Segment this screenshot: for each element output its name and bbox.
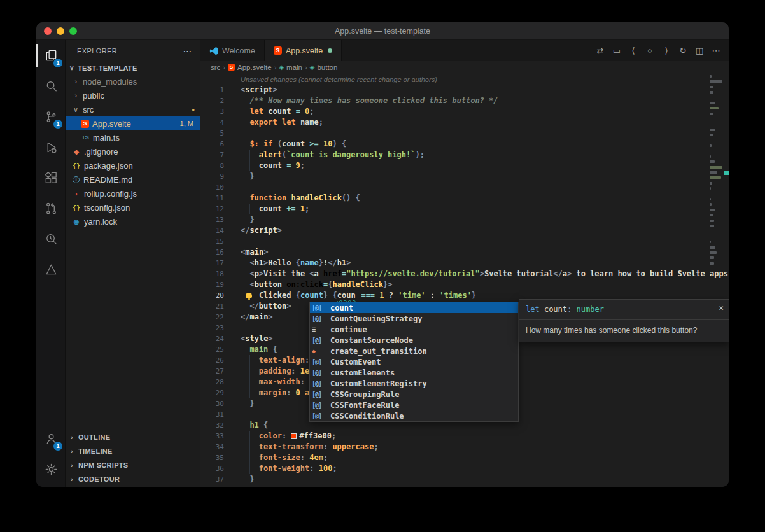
- explorer-activity-button[interactable]: 1: [36, 40, 66, 71]
- github-pr-activity-button[interactable]: [36, 193, 66, 223]
- suggestion-ConstantSourceNode[interactable]: [@]ConstantSourceNode: [310, 335, 518, 346]
- line-number[interactable]: 14: [200, 225, 224, 236]
- code-line[interactable]: 2/** How many times has someone clicked …: [200, 95, 729, 106]
- line-number[interactable]: 22: [200, 312, 224, 323]
- code-line[interactable]: 34text-transform: uppercase;: [200, 442, 729, 452]
- line-number[interactable]: 3: [200, 106, 224, 117]
- breadcrumb-item-App.svelte[interactable]: SApp.svelte: [228, 64, 272, 71]
- line-number[interactable]: 9: [200, 171, 224, 182]
- code-line[interactable]: 13}: [200, 214, 729, 225]
- code-line[interactable]: 17<h1>Hello {name}!</h1>: [200, 258, 729, 269]
- line-number[interactable]: 37: [200, 474, 224, 485]
- code-line[interactable]: 14</script>: [200, 225, 729, 236]
- previous-change-icon[interactable]: ⟨: [626, 46, 641, 55]
- sidebar-section-codetour[interactable]: ›CODETOUR: [66, 472, 200, 486]
- suggestion-count[interactable]: [@]count: [310, 302, 518, 313]
- line-number[interactable]: 34: [200, 442, 224, 452]
- code-line[interactable]: 6$: if (count >= 10) {: [200, 139, 729, 150]
- line-number[interactable]: 36: [200, 463, 224, 474]
- line-number[interactable]: 33: [200, 431, 224, 442]
- tree-item-tsconfig.json[interactable]: {}tsconfig.json: [66, 200, 200, 214]
- tree-item-rollup.config.js[interactable]: ◗rollup.config.js: [66, 186, 200, 200]
- sidebar-section-outline[interactable]: ›OUTLINE: [66, 430, 200, 444]
- gitlens-activity-button[interactable]: [36, 223, 66, 254]
- breadcrumb-item-main[interactable]: ◈main: [279, 64, 302, 71]
- tab-app-svelte[interactable]: S App.svelte: [265, 40, 342, 61]
- extensions-activity-button[interactable]: [36, 162, 66, 193]
- code-line[interactable]: 4export let name;: [200, 117, 729, 128]
- code-line[interactable]: 16<main>: [200, 247, 729, 258]
- line-number[interactable]: 32: [200, 420, 224, 431]
- tree-item-README.md[interactable]: iREADME.md: [66, 172, 200, 186]
- azure-activity-button[interactable]: [36, 254, 66, 284]
- sidebar-section-timeline[interactable]: ›TIMELINE: [66, 444, 200, 458]
- suggestion-CSSConditionRule[interactable]: [@]CSSConditionRule: [310, 410, 518, 421]
- tree-item-node_modules[interactable]: ›node_modules: [66, 74, 200, 88]
- line-number[interactable]: 28: [200, 377, 224, 388]
- tree-item-src[interactable]: ∨src●: [66, 102, 200, 116]
- split-editor-icon[interactable]: ◫: [692, 46, 707, 55]
- suggestion-CountQueuingStrategy[interactable]: [@]CountQueuingStrategy: [310, 313, 518, 324]
- lightbulb-icon[interactable]: [246, 293, 252, 298]
- line-number[interactable]: 27: [200, 366, 224, 377]
- suggestion-customElements[interactable]: [@]customElements: [310, 367, 518, 378]
- line-number[interactable]: 1: [200, 85, 224, 95]
- code-line[interactable]: 3let count = 0;: [200, 106, 729, 117]
- close-icon[interactable]: ×: [719, 303, 724, 312]
- overview-ruler[interactable]: [724, 73, 729, 487]
- code-line[interactable]: 10: [200, 182, 729, 193]
- search-activity-button[interactable]: [36, 71, 66, 101]
- source-control-activity-button[interactable]: 1: [36, 101, 66, 132]
- code-line[interactable]: 7alert(`count is dangerously high!`);: [200, 150, 729, 160]
- code-line[interactable]: 36font-weight: 100;: [200, 463, 729, 474]
- settings-button[interactable]: [36, 454, 66, 484]
- suggestion-create_out_transition[interactable]: ◆create_out_transition: [310, 346, 518, 356]
- suggestion-CSSGroupingRule[interactable]: [@]CSSGroupingRule: [310, 389, 518, 400]
- tree-item-.gitignore[interactable]: ◆.gitignore: [66, 144, 200, 158]
- line-number[interactable]: 16: [200, 247, 224, 258]
- tree-item-App.svelte[interactable]: SApp.svelte1, M: [66, 116, 200, 130]
- workspace-section-header[interactable]: ∨ TEST-TEMPLATE: [66, 61, 200, 74]
- line-number[interactable]: 13: [200, 214, 224, 225]
- line-number[interactable]: 26: [200, 355, 224, 366]
- code-line[interactable]: 12count += 1;: [200, 204, 729, 214]
- line-number[interactable]: 30: [200, 398, 224, 409]
- toggle-blame-icon[interactable]: ⇄: [593, 46, 608, 55]
- line-number[interactable]: 31: [200, 409, 224, 420]
- tree-item-public[interactable]: ›public: [66, 88, 200, 102]
- line-number[interactable]: 23: [200, 323, 224, 333]
- line-number[interactable]: 25: [200, 344, 224, 355]
- gitlens-codelens[interactable]: Unsaved changes (cannot determine recent…: [241, 74, 729, 85]
- line-number[interactable]: 19: [200, 279, 224, 290]
- file-history-icon[interactable]: ↻: [675, 46, 691, 55]
- breadcrumb-item-button[interactable]: ◈button: [310, 64, 338, 71]
- tree-item-yarn.lock[interactable]: ◉yarn.lock: [66, 214, 200, 228]
- line-number[interactable]: 12: [200, 204, 224, 214]
- code-line[interactable]: 33color: #ff3e00;: [200, 431, 729, 442]
- code-line[interactable]: 1<script>: [200, 85, 729, 95]
- line-number[interactable]: 21: [200, 301, 224, 312]
- code-line[interactable]: 37}: [200, 474, 729, 485]
- tree-item-main.ts[interactable]: TSmain.ts: [66, 130, 200, 144]
- line-number[interactable]: 20: [200, 290, 224, 301]
- line-number[interactable]: 8: [200, 160, 224, 171]
- titlebar[interactable]: App.svelte — test-template: [36, 22, 729, 40]
- more-actions-icon[interactable]: ⋯: [708, 46, 724, 55]
- suggestion-CustomElementRegistry[interactable]: [@]CustomElementRegistry: [310, 378, 518, 389]
- suggestion-CustomEvent[interactable]: [@]CustomEvent: [310, 356, 518, 367]
- tree-item-package.json[interactable]: {}package.json: [66, 158, 200, 172]
- line-number[interactable]: 5: [200, 128, 224, 139]
- line-number[interactable]: 29: [200, 388, 224, 398]
- next-change-icon[interactable]: ⟩: [659, 46, 674, 55]
- more-actions-icon[interactable]: ⋯: [183, 46, 192, 56]
- code-line[interactable]: 18<p>Visit the <a href="https://svelte.d…: [200, 269, 729, 279]
- code-line[interactable]: 5: [200, 128, 729, 139]
- open-changes-icon[interactable]: ▭: [609, 46, 624, 55]
- run-debug-activity-button[interactable]: [36, 132, 66, 162]
- code-line[interactable]: 35font-size: 4em;: [200, 452, 729, 463]
- accounts-button[interactable]: 1: [36, 423, 66, 454]
- breadcrumb-item-src[interactable]: src: [211, 64, 220, 71]
- tab-welcome[interactable]: Welcome: [200, 40, 265, 61]
- editor-pane[interactable]: Unsaved changes (cannot determine recent…: [200, 73, 729, 487]
- line-number[interactable]: 11: [200, 193, 224, 204]
